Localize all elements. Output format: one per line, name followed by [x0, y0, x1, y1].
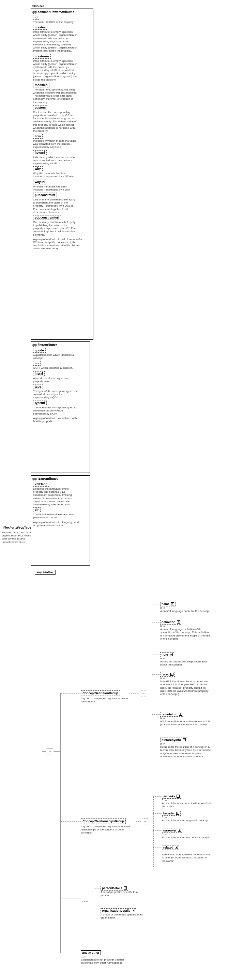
organisation-details-box: organisationDetails +	[101, 908, 136, 913]
common-attr-howuri: howuri	[33, 150, 47, 155]
common-attr-why-desc: Why the metadata has been included - exp…	[33, 172, 78, 178]
flex-attr-qcode-desc: A qualified code which identifies a conc…	[33, 353, 78, 360]
common-attr-id: id	[33, 15, 39, 20]
expand-icon[interactable]: +	[175, 846, 178, 849]
flex-attr-typeuri-desc: The type of the concept assigned as cont…	[33, 406, 78, 415]
common-attr-custom-desc: If set to true the corresponding propert…	[33, 111, 78, 132]
common-attr-pubconstraint-desc: One or many constraints that apply to pu…	[33, 198, 78, 214]
definition-sequence: ···	[139, 690, 148, 697]
common-attr-creator: creator	[33, 25, 47, 30]
common-title: commonPowerAttributes	[38, 10, 74, 14]
sequence-connector-main: ···	[45, 748, 54, 755]
organisation-details-desc: A group of properties specific to an org…	[101, 913, 145, 919]
rel-child-narrower-desc: An identifier of a more specific concept…	[162, 836, 213, 839]
diagram-canvas: FlexPartyPropType Flexible party (person…	[0, 0, 228, 980]
common-attr-howuri-desc: Indicates by which means the value was e…	[33, 156, 78, 165]
rel-child-broader: broader +	[162, 811, 180, 816]
common-attr-creatoruri: creatoruri	[33, 54, 51, 59]
root-type-box: FlexPartyPropType	[2, 525, 33, 530]
common-attr-how-desc: Indicates by which means the value was e…	[33, 139, 78, 149]
def-child-facet: facet +	[160, 672, 175, 677]
i18n-attr-dir-desc: The directionality of textual content (e…	[33, 513, 78, 519]
flex-attr-uri-desc: A URI which identifies a concept.	[33, 366, 78, 369]
concept-relationships-group-box: ConceptRelationshipsGroup	[81, 818, 126, 824]
i18n-attributes-group: grp i18nAttributes xml:langSpecifies the…	[31, 475, 90, 566]
def-child-remoteInfo-desc: A link to an item or a web resource whic…	[160, 720, 211, 726]
person-details-box: personDetails +	[101, 886, 128, 891]
flex-attr-uri: uri	[33, 361, 41, 366]
common-attr-why: why	[33, 166, 43, 171]
expand-icon[interactable]: +	[178, 829, 181, 832]
common-attr-how: how	[33, 134, 43, 138]
any-other-desc: Extension point for provider-defined pro…	[81, 958, 125, 964]
common-attr-whyuri-desc: Why the metadata has been included - exp…	[33, 185, 78, 191]
common-attr-pubconstrainturi: pubconstrainturi	[33, 215, 61, 220]
def-child-note: note +	[160, 652, 174, 657]
common-attr-whyuri: whyuri	[33, 180, 46, 185]
flex-attr-literal: literal	[33, 371, 44, 376]
any-other-attr: any ##other	[35, 570, 55, 575]
flex-attributes-group: grp flexAttributes qcodeA qualified code…	[31, 342, 90, 473]
def-child-hierarchyInfo: hierarchyInfo +	[160, 738, 187, 742]
flex-attr-qcode: qcode	[33, 348, 46, 353]
rel-child-sameAs-desc: An identifier of a concept with equivale…	[162, 802, 213, 808]
expand-icon[interactable]: +	[179, 713, 182, 716]
common-attr-custom: custom	[33, 105, 48, 110]
common-attr-id-desc: The local identifier of the property.	[33, 21, 78, 24]
def-child-definition: definition +	[160, 620, 181, 625]
def-child-name-desc: A natural language name for the concept.	[160, 609, 211, 612]
i18n-group-desc: A group of attributes for language and s…	[33, 521, 82, 527]
i18n-attr-xml-lang-desc: Specifies the language of this property …	[33, 487, 78, 506]
flex-group-desc: A group of attributes associated with fl…	[33, 417, 82, 423]
i18n-attr-xml-lang: xml:lang	[33, 482, 49, 487]
expand-icon[interactable]: +	[132, 909, 135, 912]
rel-child-sameAs: sameAs +	[162, 794, 181, 799]
expand-icon[interactable]: +	[177, 795, 180, 798]
expand-icon[interactable]: +	[183, 738, 186, 741]
common-power-attributes-group: grp commonPowerAttributes idThe local id…	[31, 8, 93, 340]
expand-icon[interactable]: +	[177, 620, 180, 624]
choice-connector: ···	[81, 895, 90, 902]
flex-title: flexAttributes	[38, 343, 58, 347]
common-attr-creatoruri-desc: If the attribute is empty, specifies whi…	[33, 59, 78, 81]
rel-child-related-desc: A related concept, where the relationshi…	[162, 853, 213, 862]
expand-icon[interactable]: +	[170, 673, 174, 676]
concept-definition-group-desc: A group of properties required to define…	[81, 696, 128, 703]
common-group-desc: A group of attributes for all elements o…	[33, 238, 82, 250]
common-attr-modified: modified	[33, 83, 49, 88]
expand-icon[interactable]: +	[170, 653, 173, 656]
def-child-facet-desc: In NAR 1.8 and later, facet is deprecate…	[160, 680, 211, 695]
def-child-remoteInfo: remoteInfo +	[160, 712, 184, 717]
rel-child-broader-desc: An identifier of a more generic concept.	[162, 819, 213, 822]
person-details-desc: A set of properties specific to a person	[101, 891, 145, 897]
rel-child-related: related +	[162, 845, 179, 850]
flex-attr-literal-desc: A free-text value assigned as property v…	[33, 377, 78, 383]
expand-icon[interactable]: +	[124, 886, 127, 889]
rel-child-narrower: narrower +	[162, 828, 182, 833]
common-attr-pubconstraint: pubconstraint	[33, 192, 57, 197]
def-child-hierarchyInfo-desc: Represents the position of a concept in …	[160, 745, 211, 758]
flex-attr-type-desc: The type of the concept assigned as cont…	[33, 390, 78, 399]
expand-icon[interactable]: +	[176, 812, 179, 815]
concept-definition-group-box: ConceptDefinitionGroup	[81, 690, 120, 696]
common-attr-modified-desc: The date (and, optionally, the time) whe…	[33, 88, 78, 104]
attributes-tab: attributes	[30, 4, 46, 8]
relationships-sequence: ···	[141, 818, 150, 825]
i18n-attr-dir: dir	[33, 508, 41, 512]
flex-attr-typeuri: typeuri	[33, 401, 47, 405]
any-other-bottom: any ##other	[81, 950, 101, 955]
def-child-note-desc: Additional natural language information …	[160, 660, 211, 666]
def-child-name: name +	[160, 602, 176, 606]
common-attr-creator-desc: If the attribute is empty, specifies whi…	[33, 30, 78, 52]
common-attr-pubconstrainturi-desc: One or many constraints that apply to pu…	[33, 221, 78, 236]
concept-relationships-group-desc: A group of properties required to indica…	[81, 824, 132, 835]
any-other-card: 0..∞	[81, 955, 125, 958]
expand-icon[interactable]: +	[171, 602, 174, 605]
flex-attr-type: type	[33, 384, 43, 389]
grp-prefix: grp	[32, 10, 37, 14]
def-child-definition-desc: A natural language definition of the sem…	[160, 628, 211, 640]
i18n-title: i18nAttributes	[38, 477, 59, 480]
